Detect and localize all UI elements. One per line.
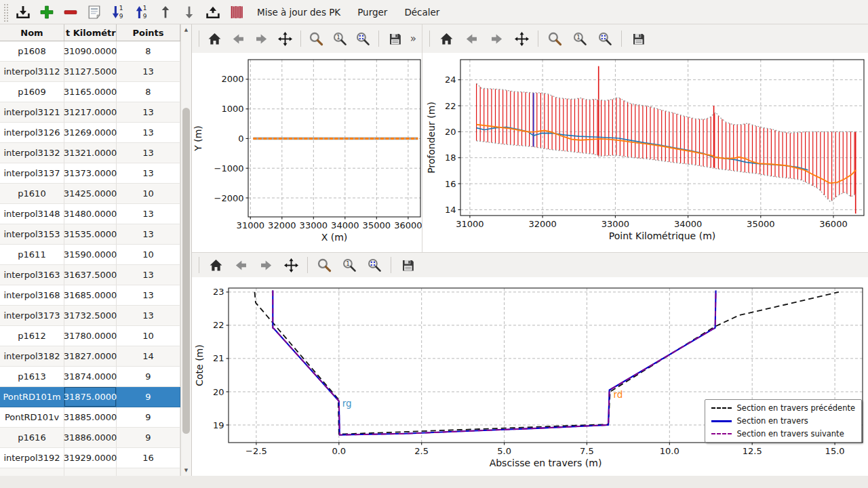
table-row[interactable]: p161231780.000010 <box>0 326 180 346</box>
cell-points: 10 <box>117 326 180 346</box>
table-scrollbar[interactable]: ▲ ▼ <box>180 24 191 476</box>
mpl-pan-button[interactable] <box>282 256 300 274</box>
table-row[interactable]: interpol313231321.000013 <box>0 143 180 163</box>
edit-note-button[interactable] <box>85 2 104 22</box>
svg-text:32000: 32000 <box>268 220 296 230</box>
mpl-back-button[interactable] <box>232 256 250 274</box>
column-header-points[interactable]: Points <box>117 24 180 41</box>
cell-points: 13 <box>117 224 180 245</box>
mpl-pan-button[interactable] <box>277 30 293 47</box>
mpl-forward-button[interactable] <box>488 30 505 47</box>
table-row[interactable] <box>0 468 180 476</box>
legend-swatch <box>711 433 732 434</box>
svg-text:35000: 35000 <box>747 219 774 229</box>
table-row[interactable]: interpol313731373.000013 <box>0 163 180 184</box>
mpl-zoom-one-button[interactable]: 1 <box>571 30 589 47</box>
table-row[interactable]: p161631886.00009 <box>0 428 180 448</box>
scrollbar-thumb[interactable] <box>182 108 190 434</box>
table-row[interactable]: interpol318231827.000014 <box>0 346 180 367</box>
table-row[interactable]: p161031425.000010 <box>0 184 180 204</box>
svg-text:36000: 36000 <box>394 220 422 230</box>
svg-text:rd: rd <box>613 389 623 400</box>
cell-nom: interpol3153 <box>0 224 64 245</box>
mpl-zoom-one-button[interactable]: 1 <box>340 256 358 274</box>
cell-points: 13 <box>117 265 180 285</box>
svg-text:Cote (m): Cote (m) <box>194 344 205 386</box>
mpl-zoom-button[interactable] <box>315 256 333 274</box>
toolbar-separator <box>538 30 538 47</box>
mpl-zoom-fit-button[interactable] <box>596 30 614 47</box>
export-button[interactable] <box>203 2 222 22</box>
mpl-zoom-button[interactable] <box>546 30 564 47</box>
mpl-back-button[interactable] <box>230 30 246 47</box>
table-row[interactable]: interpol315331535.000013 <box>0 224 180 245</box>
table-row[interactable]: interpol319231929.000016 <box>0 448 180 468</box>
svg-text:31000: 31000 <box>237 220 264 230</box>
cell-points: 9 <box>117 407 180 428</box>
table-row[interactable]: p161331874.00009 <box>0 367 180 387</box>
table-row[interactable]: interpol311231127.500013 <box>0 62 180 82</box>
plan-plot-toolbar: 1» <box>192 24 422 53</box>
cell-points: 9 <box>117 367 180 387</box>
table-row[interactable]: interpol314831480.000013 <box>0 204 180 224</box>
cell-pk: 31269.0000 <box>64 123 117 143</box>
mpl-pan-button[interactable] <box>513 30 530 47</box>
svg-text:Point Kilométrique (m): Point Kilométrique (m) <box>609 230 716 241</box>
table-row[interactable]: p160831090.00008 <box>0 41 180 62</box>
remove-button[interactable] <box>61 2 80 22</box>
mpl-zoom-button[interactable] <box>309 30 325 47</box>
mpl-zoom-fit-button[interactable] <box>355 30 372 47</box>
legend-swatch <box>711 420 732 422</box>
cell-nom: p1613 <box>0 367 64 387</box>
update-pk-button[interactable]: Mise à jour des PK <box>251 4 347 20</box>
purge-button[interactable]: Purger <box>351 4 393 20</box>
cell-pk: 31874.0000 <box>64 367 117 387</box>
shift-button[interactable]: Décaler <box>398 4 446 20</box>
mpl-save-button[interactable] <box>629 30 647 47</box>
mpl-forward-button[interactable] <box>257 256 275 274</box>
table-row[interactable]: p161131590.000010 <box>0 245 180 265</box>
table-row[interactable]: PontRD101v31885.00009 <box>0 407 180 428</box>
zoom-fit-icon <box>597 31 613 47</box>
import-button[interactable] <box>14 2 33 22</box>
toolbar-overflow-chevron[interactable]: » <box>410 33 416 45</box>
profile-chart-canvas[interactable]: 3100032000330003400035000360001416182022… <box>422 53 868 252</box>
column-header-nom[interactable]: Nom <box>0 24 64 41</box>
svg-text:X (m): X (m) <box>321 232 348 243</box>
home-icon <box>207 31 222 47</box>
table-row[interactable]: p160931165.00008 <box>0 82 180 102</box>
add-button[interactable] <box>37 2 56 22</box>
cell-points: 9 <box>117 428 180 448</box>
mpl-back-button[interactable] <box>462 30 480 47</box>
move-down-button[interactable] <box>180 2 199 22</box>
zoom-icon <box>309 31 324 47</box>
table-row[interactable]: interpol312131217.000013 <box>0 102 180 123</box>
table-row[interactable]: interpol316831685.000013 <box>0 285 180 306</box>
mpl-zoom-fit-button[interactable] <box>366 256 383 274</box>
mpl-save-button[interactable] <box>399 256 416 274</box>
table-row[interactable]: interpol316331637.500013 <box>0 265 180 285</box>
cell-pk: 31480.0000 <box>64 204 117 224</box>
sort-ascending-button[interactable]: 19 <box>132 2 151 22</box>
edit-note-icon <box>86 4 102 20</box>
mpl-save-button[interactable] <box>387 30 403 47</box>
table-row[interactable]: PontRD101m31875.00009 <box>0 387 180 407</box>
column-header-pk[interactable]: t Kilométriqu <box>64 24 117 41</box>
sort-descending-button[interactable]: 19 <box>108 2 127 22</box>
mpl-home-button[interactable] <box>207 256 224 274</box>
toolbar-grip[interactable] <box>3 3 8 22</box>
mpl-zoom-one-button[interactable]: 1 <box>332 30 348 47</box>
scroll-up-button[interactable]: ▲ <box>181 24 191 35</box>
table-row[interactable]: interpol317331732.500013 <box>0 306 180 326</box>
mpl-forward-button[interactable] <box>254 30 270 47</box>
move-up-button[interactable] <box>156 2 175 22</box>
svg-text:Abscisse en travers (m): Abscisse en travers (m) <box>490 458 602 468</box>
scroll-down-button[interactable]: ▼ <box>181 465 191 476</box>
cross-section-chart-canvas[interactable]: rgrd−2.50.02.55.07.510.012.515.019202122… <box>192 277 868 476</box>
mpl-home-button[interactable] <box>437 30 455 47</box>
sections-button[interactable] <box>227 2 246 22</box>
svg-text:18: 18 <box>445 152 456 163</box>
table-row[interactable]: interpol312631269.000013 <box>0 123 180 143</box>
mpl-home-button[interactable] <box>207 30 223 47</box>
plan-chart-canvas[interactable]: 310003200033000340003500036000−2000−1000… <box>192 53 422 252</box>
